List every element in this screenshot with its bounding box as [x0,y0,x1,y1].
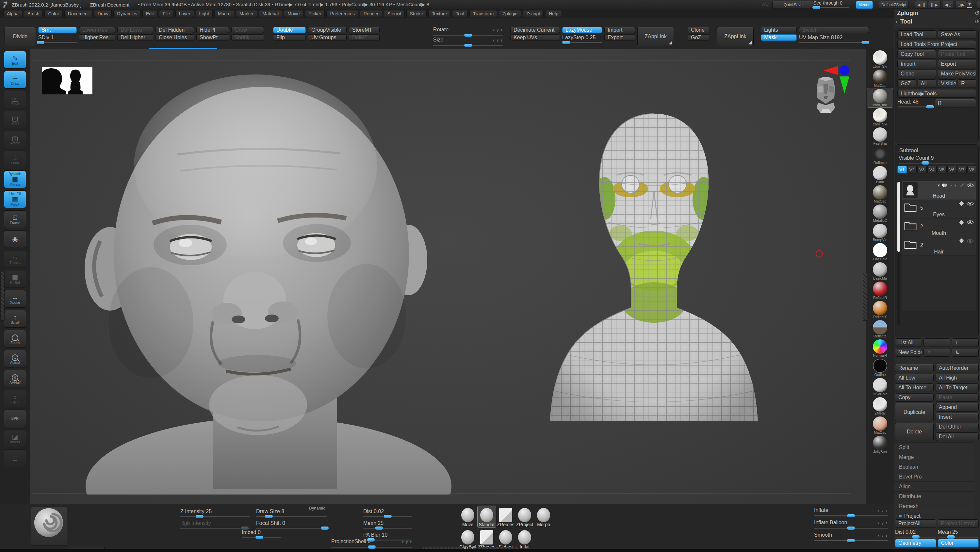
paste-tool-button[interactable]: Paste Tool [938,50,977,59]
eye-icon[interactable] [967,202,974,206]
material-zbro-mo[interactable]: zbro_mo [867,88,893,107]
keep-uvs-button[interactable]: Keep UVs [510,34,560,41]
prev-document-icon[interactable]: ◀❏ [942,1,954,9]
item-button[interactable]: ↑ [923,338,950,347]
uv-icon[interactable]: ▾ [937,183,940,188]
subpalette-align[interactable]: Align [894,482,974,491]
material-blinn[interactable]: Blinn [867,165,893,185]
duplicate-button[interactable]: Duplicate [895,403,934,422]
menu-alpha[interactable]: Alpha [3,10,22,17]
visible-count-slider[interactable]: Visible Count 9 [897,155,977,165]
double-button[interactable]: Double [273,27,306,33]
restore-config-icon[interactable]: ↺ [975,18,979,25]
uv-groups-button[interactable]: Uv Groups [308,34,347,41]
z-intensity-25-slider[interactable]: Z Intensity 25 [180,509,250,517]
brush-pick-zremes[interactable]: ZRemes [496,506,515,528]
quicksave-button[interactable]: QuickSave [772,1,814,9]
material-fastsha[interactable]: FastSha [867,127,893,146]
menu-light[interactable]: Light [196,10,213,17]
rgb-intensity-slider[interactable]: Rgb Intensity [180,520,250,529]
subtool-tab-v7[interactable]: V7 [957,165,967,173]
subtool-tab-v8[interactable]: V8 [967,165,977,173]
material-bumpvie[interactable]: BumpVie [867,223,893,242]
save-as-button[interactable]: Save As [938,30,977,39]
lazymouse-button[interactable]: LazyMouse [562,27,602,33]
showpt-button[interactable]: ShowPt [196,34,229,41]
smt-button[interactable]: Smt [38,27,77,33]
dock-rotate-button[interactable]: RRotate [4,130,26,148]
r-button[interactable]: R [935,99,977,107]
material-reflecty[interactable]: ReflectY [867,300,893,320]
close-holes-button[interactable]: Close Holes [156,34,194,41]
divide-button[interactable]: Divide [5,27,36,46]
dock-aahalf-button[interactable]: ½AAHalf [4,370,26,387]
menu-zplugin[interactable]: Zplugin [499,10,521,17]
subtool-tab-v1[interactable]: V1 [897,165,907,173]
right-tray-handle[interactable] [863,272,867,321]
menus-toggle-button[interactable]: Menus [856,1,873,9]
copy-button[interactable]: Copy [895,393,934,402]
dock-frame-button[interactable]: ⊡Frame [4,210,26,228]
tray-collapse-left-icon[interactable]: ◀∣∣∣ [915,1,928,9]
goz-button[interactable]: GoZ [687,34,710,41]
dock-polyf-button[interactable]: Line Fill▤PolyF [4,191,26,208]
dock-camera-icon-button[interactable]: ◉ [4,230,26,248]
inflate-slider[interactable]: Inflatex y z [814,507,888,516]
menu-document[interactable]: Document [64,10,92,17]
subtool-row-mouth[interactable]: 2Mouth [902,218,976,237]
projectall-button[interactable]: ProjectAll [895,519,936,528]
groupvisible-button[interactable]: GroupVisible [308,27,347,33]
brush-pick-zproject[interactable]: ZProject [515,506,534,528]
paint-brush-icon[interactable] [959,183,964,188]
list-all-button[interactable]: List All [895,338,922,347]
sdiv-1-slider[interactable]: SDiv 1 [38,34,77,43]
load-tools-from-project-button[interactable]: Load Tools From Project [897,40,977,49]
subpalette-bevel-pro[interactable]: Bevel Pro [894,472,974,482]
clone-button[interactable]: Clone [687,27,710,33]
smooth-slider[interactable]: Smoothx y z [814,532,888,541]
dist-0-02-slider[interactable]: Dist 0.02 [895,529,936,538]
material-reflecte[interactable]: Reflecte [867,320,893,339]
axis-y-icon[interactable] [840,76,850,94]
dock-actual-button[interactable]: 1Actual [4,350,26,367]
material-normalr[interactable]: NormalR [867,339,893,358]
material-matcap[interactable]: MatCap [867,416,893,435]
del-hidden-button[interactable]: Del Hidden [156,27,194,33]
material-hsvcolo[interactable]: HSVColo [867,377,893,396]
export-button[interactable]: Export [938,60,977,68]
menu-stroke[interactable]: Stroke [406,10,426,17]
dock-flip-v-button[interactable]: ↕Flip V [4,390,26,407]
head-48-slider[interactable]: Head. 48 [897,99,933,107]
insert-button[interactable]: Insert [935,413,979,422]
dock-invers-button[interactable]: ◪Invers [4,430,26,447]
menu-render[interactable]: Render [360,10,382,17]
menu-stencil[interactable]: Stencil [384,10,405,17]
dock-transp-button[interactable]: ▱Transp [4,250,26,268]
material-reflectr[interactable]: ReflectR [867,281,893,300]
mean-25-slider[interactable]: Mean 25 [363,520,412,529]
all-high-button[interactable]: All High [935,374,979,382]
subpalette-boolean[interactable]: Boolean [894,462,974,472]
del-higher-button[interactable]: Del Higher [117,34,153,41]
mean-25-slider[interactable]: Mean 25 [938,529,979,538]
visible-button[interactable]: Visible [938,80,956,88]
higher-res-button[interactable]: Higher Res [79,34,115,41]
subpalette-distribute[interactable]: Distribute [894,491,974,501]
flip-button[interactable]: Flip [273,34,306,41]
paste-button[interactable]: Paste [935,393,979,402]
zapplink-button[interactable]: ZAppLink [637,27,674,46]
material-outline[interactable]: Outline [867,358,893,377]
all-to-target-button[interactable]: All To Target [935,383,979,392]
eye-icon[interactable] [967,183,974,188]
menu-picker[interactable]: Picker [305,10,325,17]
subtool-scrollbar[interactable] [897,181,900,325]
subpalette-remesh[interactable]: Remesh [894,501,974,511]
menu-transform[interactable]: Transform [469,10,497,17]
material-zbro-ski[interactable]: zbro_Ski [867,50,893,69]
subpalette-split[interactable]: Split [894,442,974,452]
clone-button[interactable]: Clone [897,70,936,78]
item-button[interactable]: ↱ [923,348,950,357]
next-document-icon[interactable]: ❏▶ [955,1,967,9]
size-slider[interactable]: Sizex y z [433,37,503,46]
gear-icon[interactable] [959,201,964,207]
